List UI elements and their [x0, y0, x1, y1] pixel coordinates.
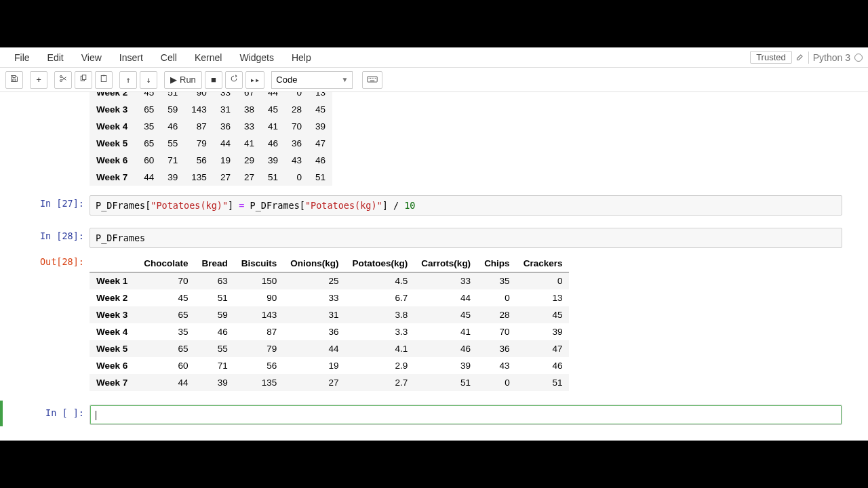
- cell: 87: [184, 118, 214, 135]
- copy-button[interactable]: [75, 71, 92, 89]
- cell: 33: [214, 92, 237, 101]
- cell: 33: [237, 118, 261, 135]
- cell: 4.5: [346, 272, 415, 290]
- chevron-down-icon: ▼: [341, 76, 348, 83]
- menu-view[interactable]: View: [73, 49, 111, 66]
- edit-icon[interactable]: [796, 52, 804, 63]
- paste-button[interactable]: [95, 71, 113, 89]
- cell: 44: [137, 169, 161, 186]
- menu-file[interactable]: File: [5, 49, 39, 66]
- cell: 31: [214, 101, 237, 118]
- cell: 44: [261, 92, 285, 101]
- menu-help[interactable]: Help: [283, 49, 320, 66]
- dataframe-table-partial: Week 2455190336744013Week 36559143313845…: [90, 92, 332, 186]
- restart-run-all-button[interactable]: ▸▸: [245, 71, 264, 89]
- prompt-in-28: In [28]:: [3, 228, 90, 248]
- cell: 43: [477, 357, 517, 374]
- cell: 41: [261, 118, 285, 135]
- move-down-button[interactable]: ↓: [140, 71, 157, 89]
- save-button[interactable]: [5, 71, 23, 89]
- cell: 0: [285, 92, 309, 101]
- cell: 2.7: [346, 374, 415, 391]
- prompt-empty: [3, 92, 90, 186]
- menu-cell[interactable]: Cell: [152, 49, 186, 66]
- row-index: Week 5: [90, 135, 137, 152]
- svg-point-12: [375, 78, 376, 79]
- cell: 44: [283, 340, 345, 357]
- cell: 46: [261, 135, 285, 152]
- cut-button[interactable]: [54, 71, 72, 89]
- menu-edit[interactable]: Edit: [39, 49, 73, 66]
- cell: 3.3: [346, 323, 415, 340]
- scissors-icon: [59, 75, 67, 85]
- col-header: Chocolate: [137, 255, 195, 272]
- cell: 56: [235, 357, 284, 374]
- run-label: Run: [180, 75, 196, 85]
- cell: 0: [517, 272, 570, 290]
- row-index: Week 7: [90, 374, 137, 391]
- row-index: Week 4: [90, 118, 137, 135]
- cell: 60: [137, 357, 195, 374]
- code-input-27[interactable]: P_DFrames["Potatoes(kg)"] = P_DFrames["P…: [90, 195, 842, 216]
- restart-button[interactable]: [225, 71, 243, 89]
- table-row: Week 2455190336744013: [90, 92, 332, 101]
- col-header: Potatoes(kg): [346, 255, 415, 272]
- kernel-name[interactable]: Python 3: [813, 52, 850, 63]
- cell: 44: [214, 135, 237, 152]
- cell: 39: [161, 169, 184, 186]
- menubar-right: Trusted Python 3: [750, 51, 863, 64]
- cell: 63: [195, 272, 235, 290]
- table-row: Week 36559143313.8452845: [90, 306, 569, 323]
- celltype-label: Code: [276, 75, 297, 85]
- cell: 39: [195, 374, 235, 391]
- code-cell-27[interactable]: In [27]: P_DFrames["Potatoes(kg)"] = P_D…: [3, 194, 861, 217]
- cell: 4.1: [346, 340, 415, 357]
- cell: 33: [414, 272, 477, 290]
- cell: 55: [161, 135, 184, 152]
- celltype-select[interactable]: Code ▼: [271, 71, 353, 89]
- cell: 56: [184, 152, 214, 169]
- table-row: Week 5655579444.1463647: [90, 340, 569, 357]
- cell: 59: [195, 306, 235, 323]
- menu-widgets[interactable]: Widgets: [231, 49, 283, 66]
- move-up-button[interactable]: ↑: [119, 71, 137, 89]
- cell: 0: [477, 374, 517, 391]
- interrupt-button[interactable]: ■: [205, 71, 222, 89]
- cell: 135: [235, 374, 284, 391]
- table-row: Week 4354687363.3417039: [90, 323, 569, 340]
- run-button[interactable]: ▶ Run: [164, 71, 202, 89]
- table-row: Week 74439135272751051: [90, 169, 332, 186]
- cell: 39: [261, 152, 285, 169]
- cell: 45: [414, 306, 477, 323]
- command-palette-button[interactable]: [362, 71, 382, 89]
- cell: 25: [283, 272, 345, 290]
- menu-insert[interactable]: Insert: [111, 49, 152, 66]
- cell: 47: [309, 135, 332, 152]
- table-row: Week 56555794441463647: [90, 135, 332, 152]
- col-header: Onions(kg): [283, 255, 345, 272]
- keyboard-icon: [367, 75, 378, 85]
- cell: 46: [161, 118, 184, 135]
- insert-cell-button[interactable]: +: [30, 71, 47, 89]
- trusted-badge[interactable]: Trusted: [750, 51, 792, 64]
- svg-rect-3: [83, 75, 86, 80]
- cell: 65: [137, 135, 161, 152]
- svg-point-0: [60, 80, 62, 82]
- cell: 71: [195, 357, 235, 374]
- text-cursor: [96, 411, 96, 420]
- notebook-content[interactable]: Week 2455190336744013Week 36559143313845…: [0, 92, 868, 441]
- cell: 90: [235, 289, 284, 306]
- cell: 44: [137, 374, 195, 391]
- col-header: Biscuits: [235, 255, 284, 272]
- cell: 36: [477, 340, 517, 357]
- row-index: Week 2: [90, 289, 137, 306]
- arrow-down-icon: ↓: [146, 75, 151, 85]
- code-input-28[interactable]: P_DFrames: [90, 228, 842, 248]
- svg-point-9: [370, 78, 371, 79]
- code-cell-empty[interactable]: In [ ]:: [0, 401, 861, 426]
- row-index: Week 6: [90, 357, 137, 374]
- code-input-empty[interactable]: [90, 405, 842, 425]
- code-cell-28[interactable]: In [28]: P_DFrames: [3, 226, 861, 249]
- menu-kernel[interactable]: Kernel: [186, 49, 231, 66]
- col-header-blank: [90, 255, 137, 272]
